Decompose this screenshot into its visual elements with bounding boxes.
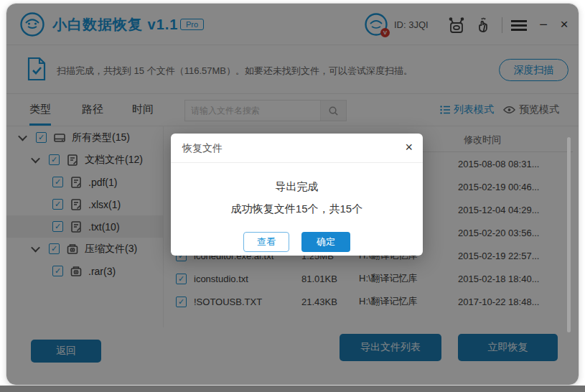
dialog-header: 恢复文件 × [171,134,423,163]
app-window: 小白数据恢复 v1.1 Pro V ID: 3JQI [6,3,579,386]
screen: 小白数据恢复 v1.1 Pro V ID: 3JQI [0,0,585,392]
dialog-message-line2: 成功恢复文件15个，共15个 [171,202,423,216]
bottom-strip [0,386,585,392]
dialog-close-icon[interactable]: × [405,140,413,155]
view-button[interactable]: 查看 [243,232,289,252]
ok-button[interactable]: 确定 [301,232,350,252]
dialog-buttons: 查看 确定 [171,232,423,252]
dialog-title: 恢复文件 [182,142,223,155]
table-scrollbar[interactable] [567,137,571,332]
recover-result-dialog: 恢复文件 × 导出完成 成功恢复文件15个，共15个 查看 确定 [171,134,423,256]
dialog-message-line1: 导出完成 [171,180,423,194]
